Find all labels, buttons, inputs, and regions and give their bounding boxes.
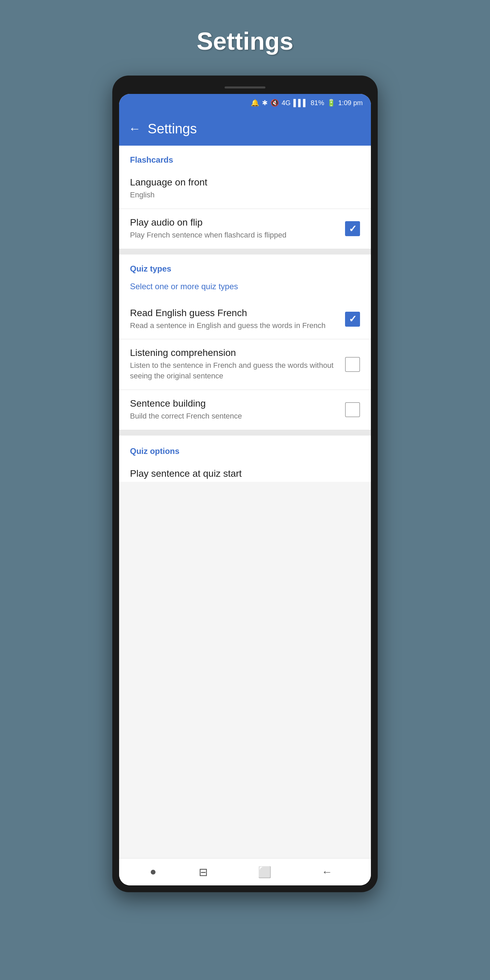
sentence-building-checkbox[interactable] <box>345 402 360 417</box>
read-english-title: Read English guess French <box>130 308 338 318</box>
sentence-building-text: Sentence building Build the correct Fren… <box>130 398 345 422</box>
play-audio-title: Play audio on flip <box>130 217 338 228</box>
status-bar: 🔔 ✱ 🔇 4G ▌▌▌ 81% 🔋 1:09 pm <box>119 94 371 111</box>
battery-text: 81% <box>311 99 324 107</box>
app-bar-title: Settings <box>148 121 197 137</box>
sentence-building-title: Sentence building <box>130 398 338 409</box>
status-icons: 🔔 ✱ 🔇 4G ▌▌▌ 81% 🔋 1:09 pm <box>251 99 363 107</box>
quiz-types-section: Quiz types Select one or more quiz types <box>119 255 371 299</box>
bottom-nav: ⊟ ⬜ ← <box>119 858 371 885</box>
read-english-checkbox[interactable] <box>345 312 360 327</box>
divider-2 <box>119 430 371 436</box>
bluetooth-icon: ✱ <box>262 99 268 107</box>
notch-line <box>224 86 266 89</box>
language-on-front-text: Language on front English <box>130 177 360 200</box>
phone-screen: 🔔 ✱ 🔇 4G ▌▌▌ 81% 🔋 1:09 pm ← Settings Fl… <box>119 94 371 885</box>
language-on-front-subtitle: English <box>130 190 353 200</box>
play-audio-checkbox[interactable] <box>345 221 360 236</box>
language-on-front-title: Language on front <box>130 177 353 188</box>
mute-icon: 🔇 <box>270 99 279 107</box>
divider-1 <box>119 249 371 255</box>
signal-icon: ▌▌▌ <box>293 99 308 107</box>
listening-comprehension-text: Listening comprehension Listen to the se… <box>130 347 345 382</box>
select-hint-text: Select one or more quiz types <box>130 282 238 291</box>
quiz-types-header: Quiz types <box>119 255 371 278</box>
flashcards-label: Flashcards <box>130 155 173 164</box>
back-nav-button[interactable]: ← <box>315 862 339 882</box>
phone-notch <box>119 82 371 92</box>
read-english-item[interactable]: Read English guess French Read a sentenc… <box>119 299 371 340</box>
quiz-options-label: Quiz options <box>130 447 179 456</box>
select-hint-container: Select one or more quiz types <box>119 278 371 299</box>
quiz-options-section: Quiz options Play sentence at quiz start <box>119 436 371 482</box>
read-english-text: Read English guess French Read a sentenc… <box>130 308 345 331</box>
network-icon: 4G <box>282 99 291 107</box>
listening-comprehension-title: Listening comprehension <box>130 347 338 358</box>
recent-button[interactable]: ⊟ <box>192 862 215 882</box>
quiz-options-header: Quiz options <box>119 437 371 460</box>
partial-setting-item: Play sentence at quiz start <box>119 460 371 482</box>
time-text: 1:09 pm <box>338 99 363 107</box>
listening-comprehension-checkbox[interactable] <box>345 357 360 372</box>
play-audio-item[interactable]: Play audio on flip Play French sentence … <box>119 209 371 249</box>
play-audio-subtitle: Play French sentence when flashcard is f… <box>130 230 338 240</box>
page-heading: Settings <box>197 27 293 55</box>
app-bar: ← Settings <box>119 111 371 146</box>
battery-icon: 🔋 <box>327 99 336 107</box>
quiz-types-label: Quiz types <box>130 264 171 273</box>
sentence-building-subtitle: Build the correct French sentence <box>130 411 338 422</box>
phone-frame: 🔔 ✱ 🔇 4G ▌▌▌ 81% 🔋 1:09 pm ← Settings Fl… <box>112 76 378 892</box>
flashcards-section-header: Flashcards <box>119 146 371 169</box>
overview-button[interactable]: ⬜ <box>251 862 278 882</box>
listening-comprehension-item[interactable]: Listening comprehension Listen to the se… <box>119 339 371 390</box>
sentence-building-item[interactable]: Sentence building Build the correct Fren… <box>119 390 371 430</box>
partial-setting-title: Play sentence at quiz start <box>130 468 360 479</box>
back-button[interactable]: ← <box>129 121 141 136</box>
listening-comprehension-subtitle: Listen to the sentence in French and gue… <box>130 360 338 382</box>
read-english-subtitle: Read a sentence in English and guess the… <box>130 321 338 331</box>
language-on-front-item[interactable]: Language on front English <box>119 169 371 209</box>
settings-content: Flashcards Language on front English Pla… <box>119 146 371 858</box>
home-button[interactable] <box>151 870 156 875</box>
play-audio-text: Play audio on flip Play French sentence … <box>130 217 345 240</box>
notification-icon: 🔔 <box>251 99 259 107</box>
